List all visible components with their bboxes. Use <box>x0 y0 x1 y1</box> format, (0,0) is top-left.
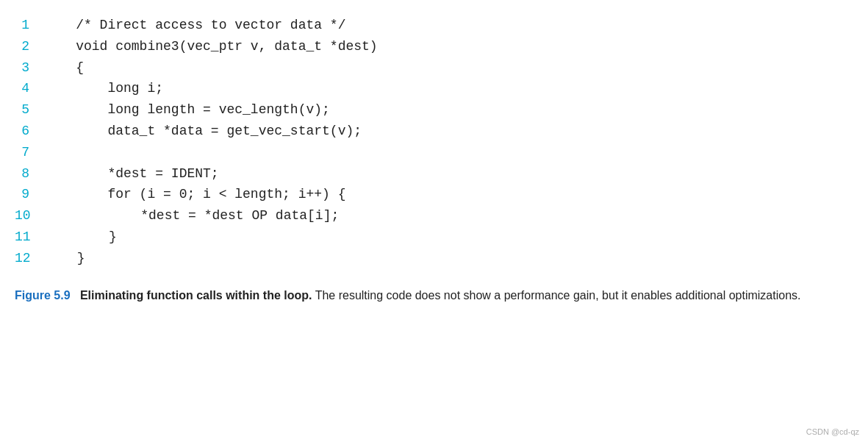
code-line: 6 data_t *data = get_vec_start(v); <box>15 121 839 142</box>
caption-label: Figure 5.9 <box>15 289 71 302</box>
line-text: { <box>44 57 84 79</box>
line-number: 4 <box>15 78 44 99</box>
line-number: 11 <box>15 227 46 248</box>
line-text: for (i = 0; i < length; i++) { <box>44 184 345 205</box>
line-number: 9 <box>15 184 44 205</box>
line-text: } <box>46 227 117 248</box>
code-line: 5 long length = vec_length(v); <box>15 99 839 121</box>
code-line: 11 } <box>15 227 839 248</box>
code-line: 10 *dest = *dest OP data[i]; <box>15 205 839 227</box>
line-number: 3 <box>15 57 44 79</box>
code-line: 2 void combine3(vec_ptr v, data_t *dest) <box>15 36 839 57</box>
caption-title: Eliminating function calls within the lo… <box>80 289 312 302</box>
line-text: *dest = *dest OP data[i]; <box>46 205 340 227</box>
figure-caption: Figure 5.9 Eliminating function calls wi… <box>15 287 839 304</box>
line-number: 2 <box>15 36 44 57</box>
code-line: 4 long i; <box>15 78 839 99</box>
line-text: data_t *data = get_vec_start(v); <box>44 121 362 142</box>
line-number: 7 <box>15 142 44 163</box>
line-number: 12 <box>15 248 46 269</box>
line-number: 5 <box>15 99 44 121</box>
line-number: 8 <box>15 163 44 185</box>
code-line: 3 { <box>15 57 839 79</box>
line-number: 6 <box>15 121 44 142</box>
code-line: 9 for (i = 0; i < length; i++) { <box>15 184 839 205</box>
line-number: 10 <box>15 205 46 227</box>
line-number: 1 <box>15 15 44 36</box>
line-text: long length = vec_length(v); <box>44 99 330 121</box>
line-text: } <box>46 248 85 269</box>
line-text: void combine3(vec_ptr v, data_t *dest) <box>44 36 378 57</box>
code-block: 1 /* Direct access to vector data */2 vo… <box>15 15 839 269</box>
code-line: 8 *dest = IDENT; <box>15 163 839 185</box>
code-line: 1 /* Direct access to vector data */ <box>15 15 839 36</box>
line-text: *dest = IDENT; <box>44 163 219 185</box>
caption-body: The resulting code does not show a perfo… <box>315 289 801 302</box>
code-line: 7 <box>15 142 839 163</box>
line-text: /* Direct access to vector data */ <box>44 15 345 36</box>
watermark: CSDN @cd-qz <box>806 427 859 436</box>
code-line: 12 } <box>15 248 839 269</box>
line-text: long i; <box>44 78 163 99</box>
page-container: 1 /* Direct access to vector data */2 vo… <box>0 0 868 442</box>
